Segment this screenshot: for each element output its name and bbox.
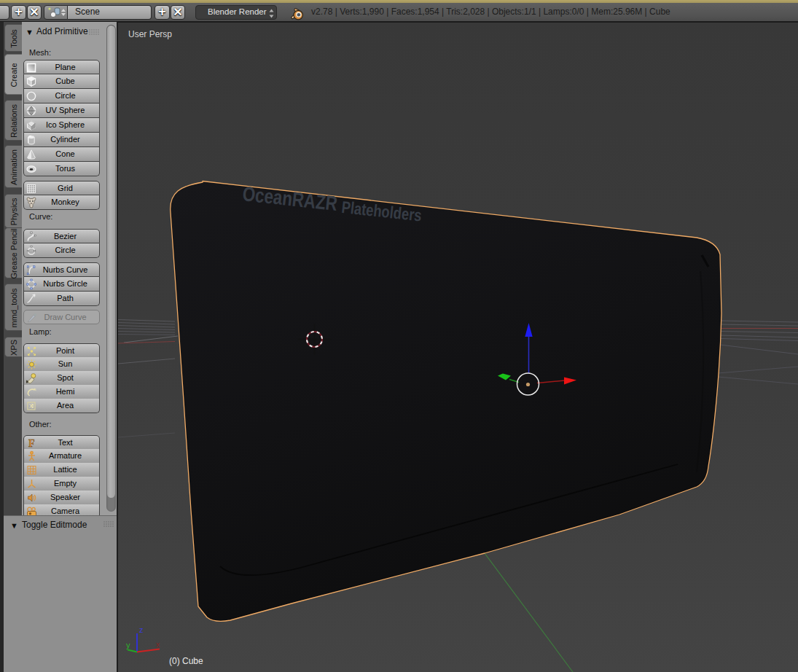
svg-text:z: z <box>139 625 144 634</box>
svg-text:F: F <box>28 438 35 449</box>
svg-text:y: y <box>126 641 130 649</box>
svg-text:x: x <box>156 640 160 649</box>
